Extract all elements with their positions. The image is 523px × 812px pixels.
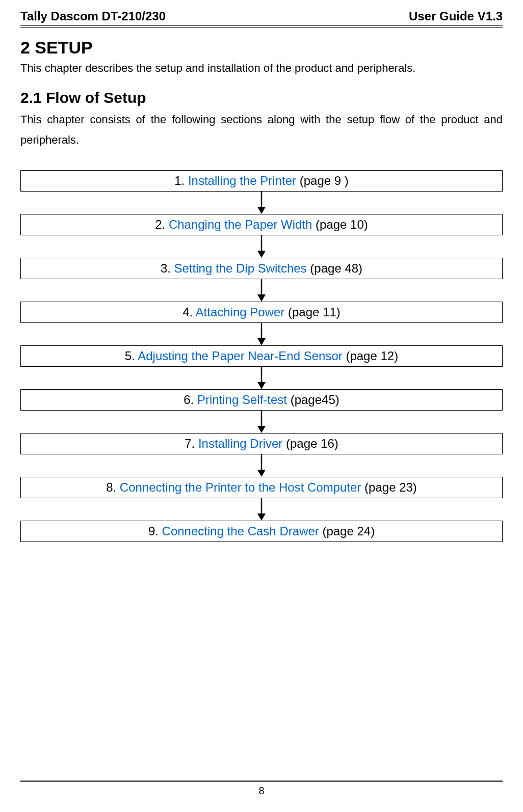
step-page-ref: (page 12) (343, 349, 398, 363)
step-page-ref: (page 11) (284, 305, 340, 319)
step-link[interactable]: Changing the Paper Width (169, 218, 312, 231)
arrow-down-icon (256, 367, 267, 389)
arrow-down-icon (256, 411, 267, 433)
page-number: 8 (258, 785, 264, 796)
section-description: This chapter consists of the following s… (20, 110, 503, 150)
flow-arrow (256, 498, 267, 521)
page-footer: 8 (20, 780, 503, 797)
flow-arrow (256, 454, 267, 477)
step-page-ref: (page45) (287, 393, 339, 407)
flow-step-box: 3. Setting the Dip Switches (page 48) (20, 258, 503, 279)
step-link[interactable]: Attaching Power (196, 305, 285, 319)
section-title: 2.1 Flow of Setup (20, 89, 503, 106)
chapter-title: 2 SETUP (20, 38, 503, 58)
step-number: 5. (125, 349, 138, 363)
svg-marker-5 (257, 294, 266, 302)
step-page-ref: (page 23) (361, 480, 416, 494)
flow-step-box: 2. Changing the Paper Width (page 10) (20, 214, 503, 235)
svg-marker-9 (257, 382, 266, 389)
step-number: 7. (185, 437, 198, 450)
step-number: 3. (161, 261, 174, 275)
svg-marker-7 (257, 338, 266, 345)
svg-marker-3 (257, 251, 266, 258)
svg-marker-15 (257, 513, 266, 521)
svg-marker-13 (257, 470, 266, 477)
flow-arrow (256, 192, 267, 214)
step-number: 9. (148, 524, 162, 538)
svg-marker-1 (257, 207, 266, 214)
page-header: Tally Dascom DT-210/230 User Guide V1.3 (20, 9, 503, 28)
chapter-description: This chapter describes the setup and ins… (20, 62, 503, 75)
flow-step-box: 1. Installing the Printer (page 9 ) (20, 170, 503, 192)
flow-arrow (256, 411, 267, 433)
step-number: 8. (106, 480, 120, 494)
flow-arrow (256, 367, 267, 389)
step-number: 1. (174, 174, 188, 187)
flow-step-box: 5. Adjusting the Paper Near-End Sensor (… (20, 345, 503, 367)
step-number: 2. (155, 218, 169, 231)
flow-step-box: 9. Connecting the Cash Drawer (page 24) (20, 521, 503, 542)
step-link[interactable]: Printing Self-test (197, 393, 287, 407)
arrow-down-icon (256, 323, 267, 345)
arrow-down-icon (256, 279, 267, 302)
step-link[interactable]: Setting the Dip Switches (174, 261, 307, 275)
header-guide-version: User Guide V1.3 (409, 9, 503, 23)
step-number: 4. (182, 305, 195, 319)
arrow-down-icon (256, 192, 267, 214)
step-page-ref: (page 24) (319, 524, 375, 538)
step-page-ref: (page 10) (312, 218, 368, 231)
step-page-ref: (page 16) (282, 437, 338, 450)
flow-arrow (256, 235, 267, 258)
flow-arrow (256, 279, 267, 302)
flow-step-box: 7. Installing Driver (page 16) (20, 433, 503, 454)
step-link[interactable]: Connecting the Cash Drawer (162, 524, 319, 538)
arrow-down-icon (256, 235, 267, 258)
flow-step-box: 6. Printing Self-test (page45) (20, 389, 503, 411)
flow-arrow (256, 323, 267, 345)
step-page-ref: (page 9 ) (296, 174, 349, 187)
step-link[interactable]: Installing Driver (198, 437, 282, 450)
flow-step-box: 4. Attaching Power (page 11) (20, 302, 503, 323)
header-product-name: Tally Dascom DT-210/230 (20, 9, 166, 23)
step-link[interactable]: Installing the Printer (188, 174, 296, 187)
step-number: 6. (184, 393, 197, 407)
step-link[interactable]: Connecting the Printer to the Host Compu… (120, 480, 361, 494)
arrow-down-icon (256, 454, 267, 477)
flow-step-box: 8. Connecting the Printer to the Host Co… (20, 477, 503, 498)
svg-marker-11 (257, 426, 266, 433)
arrow-down-icon (256, 498, 267, 521)
flow-diagram: 1. Installing the Printer (page 9 )2. Ch… (20, 170, 503, 542)
step-link[interactable]: Adjusting the Paper Near-End Sensor (138, 349, 343, 363)
step-page-ref: (page 48) (307, 261, 362, 275)
